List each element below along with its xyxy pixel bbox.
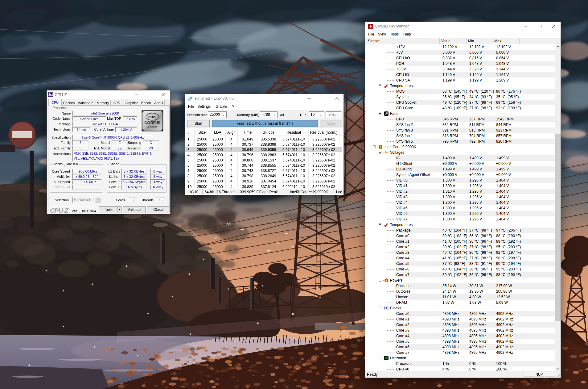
svg-text:CORE i9: CORE i9 — [144, 120, 160, 125]
svg-text:intel: intel — [148, 115, 157, 119]
svg-text:X-series: X-series — [147, 125, 158, 128]
